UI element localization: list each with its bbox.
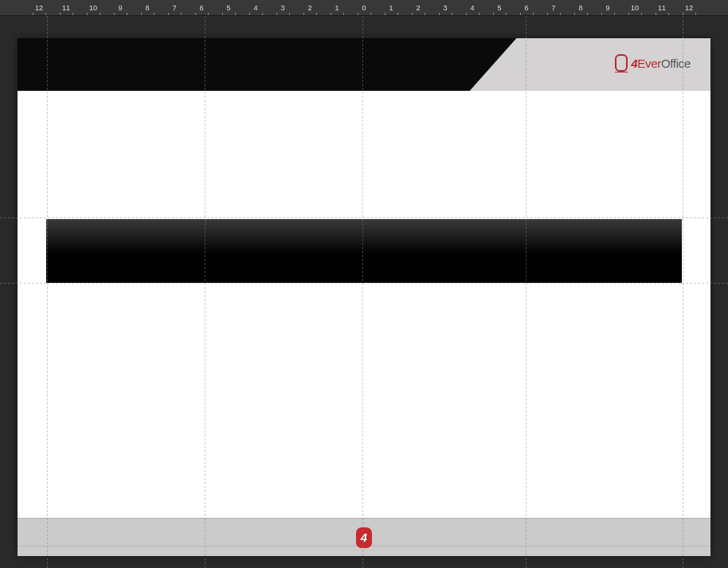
ruler-horizontal[interactable]: 1211109876543210123456789101112 [0, 0, 728, 16]
ruler-tick: 5 [215, 0, 242, 16]
logo-mark-icon [615, 54, 628, 72]
ruler-tick: 3 [432, 0, 459, 16]
header-logo: 4EverOffice [615, 54, 691, 72]
footer-logo-icon: 4 [356, 527, 372, 548]
logo-ever: Ever [637, 57, 661, 70]
ruler-tick: 8 [134, 0, 161, 16]
ruler-tick: 4 [242, 0, 269, 16]
ruler-tick: 5 [486, 0, 513, 16]
ruler-tick: 3 [269, 0, 296, 16]
header-black-shape [18, 38, 538, 91]
ruler-tick: 11 [53, 0, 80, 16]
ruler-tick: 2 [405, 0, 432, 16]
ruler-tick: 11 [648, 0, 675, 16]
ruler-tick: 2 [296, 0, 323, 16]
ruler-tick: 10 [621, 0, 648, 16]
logo-office: Office [661, 57, 691, 70]
ruler-tick: 8 [567, 0, 594, 16]
footer-logo-four: 4 [361, 531, 367, 544]
slide-canvas[interactable]: 4EverOffice 4 [0, 16, 728, 568]
title-content-bar[interactable] [46, 219, 682, 283]
ruler-tick: 0 [350, 0, 378, 16]
logo-text: 4EverOffice [631, 57, 691, 70]
ruler-tick: 1 [378, 0, 405, 16]
ruler-tick: 12 [675, 0, 703, 16]
slide-footer-bar: 4 [18, 518, 710, 556]
presentation-slide[interactable]: 4EverOffice 4 [18, 38, 710, 556]
ruler-tick: 12 [25, 0, 53, 16]
ruler-tick: 6 [513, 0, 540, 16]
ruler-tick: 9 [594, 0, 621, 16]
ruler-tick: 7 [161, 0, 188, 16]
ruler-tick: 6 [188, 0, 215, 16]
ruler-tick: 9 [107, 0, 134, 16]
ruler-tick: 4 [459, 0, 486, 16]
slide-header-bar: 4EverOffice [18, 38, 710, 91]
ruler-tick: 7 [540, 0, 567, 16]
ruler-tick: 1 [323, 0, 350, 16]
ruler-tick: 10 [80, 0, 107, 16]
